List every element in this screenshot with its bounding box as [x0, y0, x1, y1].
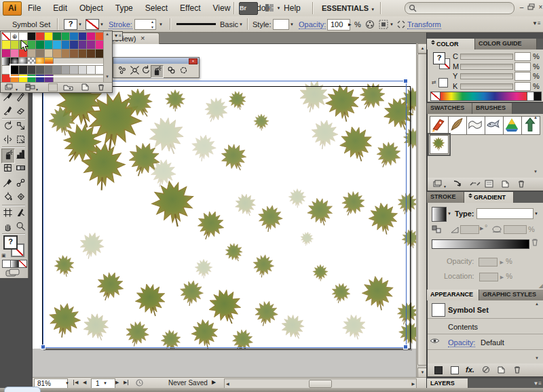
fill-proxy[interactable]: ?	[3, 235, 18, 250]
zoom-dropdown[interactable]: ▼	[65, 381, 69, 385]
style-dropdown[interactable]: ▼	[290, 22, 294, 26]
swatch-libraries-button[interactable]: ▼	[5, 83, 18, 92]
delete-stop-icon[interactable]	[531, 238, 539, 248]
close-button[interactable]: ×	[536, 3, 543, 12]
visibility-eye-icon[interactable]	[430, 337, 440, 346]
free-transform-tool[interactable]	[14, 134, 26, 147]
pencil-tool[interactable]	[14, 91, 26, 104]
last-page-button[interactable]: ▶	[124, 380, 128, 385]
restore-button[interactable]	[527, 3, 536, 12]
symbol-stainer-tool[interactable]	[166, 65, 177, 77]
gradient-presets-dropdown[interactable]: ▼	[447, 212, 451, 216]
symbol-thumb-pyramid[interactable]	[503, 116, 522, 135]
fill-dropdown-arrow[interactable]: ▼	[78, 22, 82, 26]
swatch-options-button[interactable]	[48, 83, 58, 92]
brush-dropdown[interactable]: ▼	[239, 22, 243, 26]
none-mode-button[interactable]	[18, 260, 27, 268]
stroke-color-button[interactable]	[86, 19, 99, 30]
scale-tool[interactable]	[14, 120, 26, 134]
menu-type[interactable]: Type	[109, 0, 139, 13]
new-symbol-button[interactable]	[501, 180, 510, 189]
location-field[interactable]	[479, 273, 498, 281]
symbol-thumb-maple-leaf[interactable]	[430, 135, 449, 154]
symbol-sprayer-tool[interactable]	[151, 65, 164, 78]
break-link-button[interactable]	[470, 180, 481, 189]
stroke-weight-field[interactable]: ▲ ▼	[134, 19, 156, 30]
place-symbol-button[interactable]	[453, 180, 462, 189]
symbol-libraries-button[interactable]: ▼	[433, 180, 447, 189]
bridge-button[interactable]: Br	[239, 2, 258, 15]
align-options-icon[interactable]	[379, 20, 388, 31]
scroll-down-icon[interactable]: ▼	[105, 75, 109, 79]
selection-handle[interactable]	[403, 79, 408, 83]
gradient-tool-tool[interactable]	[14, 162, 26, 176]
symbol-thumb-rocket[interactable]	[430, 116, 449, 135]
channel-slider[interactable]	[460, 64, 513, 70]
menu-file[interactable]: File	[22, 0, 47, 13]
default-fill-stroke-icon[interactable]: ▣	[1, 253, 6, 258]
clear-appearance-button[interactable]	[482, 366, 490, 375]
rotate-tool[interactable]	[1, 120, 14, 134]
channel-value-field[interactable]	[514, 52, 531, 61]
channel-value-field[interactable]	[514, 72, 531, 81]
symbol-tools-tearoff[interactable]: ×	[113, 57, 200, 78]
menu-select[interactable]: Select	[139, 0, 174, 13]
gradient-type-select[interactable]	[476, 208, 533, 219]
minimize-button[interactable]: –	[517, 3, 526, 12]
panel-menu-icon[interactable]: ▼≡	[112, 31, 123, 41]
tab-close-icon[interactable]: ×	[141, 34, 145, 42]
scroll-right-icon[interactable]: ▶	[411, 381, 415, 386]
symbol-options-button[interactable]	[485, 180, 493, 189]
artboard-tool-tool[interactable]	[1, 207, 14, 220]
symbol-shifter-tool[interactable]	[116, 65, 128, 77]
black-swatch[interactable]	[533, 92, 542, 101]
menu-view[interactable]: View	[207, 0, 237, 13]
scroll-up-icon[interactable]: ▲	[533, 115, 538, 119]
symbol-spinner-tool[interactable]	[140, 65, 151, 77]
panel-menu-icon[interactable]: ▼≡	[532, 20, 541, 26]
opacity-flyout[interactable]: ▶	[500, 260, 503, 264]
search-input[interactable]	[405, 2, 514, 14]
scroll-down-icon[interactable]: ▼	[535, 356, 539, 360]
swatch-kinds-button[interactable]: ▼	[25, 83, 39, 92]
style-field[interactable]	[273, 19, 289, 30]
slice-tool[interactable]	[14, 207, 26, 220]
aspect-field[interactable]	[504, 225, 527, 234]
free-transform-icon[interactable]	[396, 20, 406, 31]
menu-object[interactable]: Object	[73, 0, 109, 13]
eraser-tool[interactable]	[14, 104, 26, 118]
recolor-artwork-icon[interactable]	[365, 20, 375, 31]
graph-tool[interactable]	[14, 149, 26, 162]
gradient-thumbnail[interactable]	[432, 207, 447, 222]
blob-brush-tool[interactable]	[1, 104, 14, 118]
channel-value-field[interactable]	[514, 82, 531, 91]
channel-slider[interactable]	[460, 83, 513, 90]
fill-proxy[interactable]: ?	[433, 52, 445, 64]
type-dropdown-arrow[interactable]: ▼	[534, 212, 538, 216]
zoom-tool-tool[interactable]	[14, 220, 26, 234]
canvas[interactable]: ×	[33, 43, 416, 377]
new-swatch-button[interactable]	[81, 83, 90, 92]
angle-flyout[interactable]: ▶	[480, 226, 483, 231]
mesh-tool[interactable]	[1, 162, 14, 176]
symbol-sprayer-tool[interactable]	[1, 149, 15, 163]
location-flyout[interactable]: ▶	[500, 275, 504, 279]
prev-page-button[interactable]: ◀	[83, 380, 86, 385]
opacity-link[interactable]: Opacity:	[299, 20, 326, 29]
channel-slider[interactable]	[460, 73, 513, 79]
vertical-scrollbar[interactable]: ▲ ▼	[416, 43, 427, 377]
delete-symbol-button[interactable]	[517, 180, 525, 189]
scrollbar-thumb[interactable]	[309, 380, 332, 388]
delete-swatch-button[interactable]	[97, 83, 105, 92]
new-color-group-button[interactable]	[63, 83, 73, 92]
blend-tool[interactable]	[14, 177, 26, 191]
eyedropper-tool[interactable]	[1, 177, 14, 191]
first-page-button[interactable]: ◀	[73, 380, 78, 385]
duplicate-item-button[interactable]	[497, 366, 506, 375]
fill-color-button[interactable]: ?	[64, 19, 77, 30]
opacity-attribute-link[interactable]: Opacity:	[448, 338, 475, 347]
symbol-scruncher-tool[interactable]	[129, 65, 141, 77]
stop-opacity-field[interactable]	[479, 258, 498, 267]
angle-field[interactable]	[460, 225, 479, 234]
add-effect-button[interactable]: fx.	[466, 366, 474, 374]
